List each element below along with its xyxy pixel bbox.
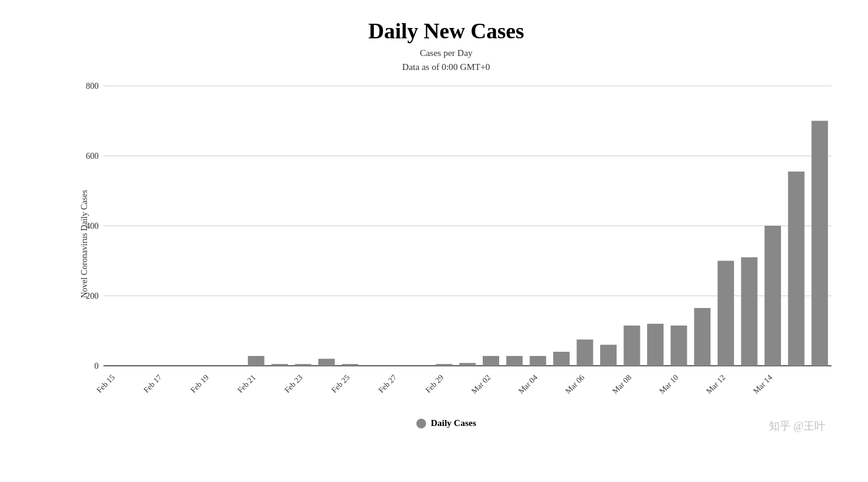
legend-dot [416,419,426,428]
chart-inner: 0200400600800Feb 15Feb 17Feb 19Feb 21Feb… [73,80,844,408]
svg-text:400: 400 [86,222,99,231]
svg-text:Mar 08: Mar 08 [611,373,633,396]
chart-svg: 0200400600800Feb 15Feb 17Feb 19Feb 21Feb… [73,80,844,408]
svg-text:Mar 10: Mar 10 [657,373,680,396]
svg-rect-21 [553,352,570,366]
watermark: 知乎 @王叶 [769,419,825,433]
svg-text:Feb 23: Feb 23 [282,373,304,395]
svg-rect-19 [506,356,523,366]
svg-text:Feb 25: Feb 25 [329,373,351,395]
svg-text:600: 600 [86,152,99,161]
svg-rect-13 [295,364,311,366]
svg-rect-29 [741,257,757,366]
svg-rect-11 [248,356,264,366]
svg-rect-28 [718,261,734,366]
svg-text:Feb 17: Feb 17 [142,372,164,394]
svg-rect-14 [318,359,335,366]
svg-rect-25 [647,324,663,366]
svg-rect-23 [600,345,617,366]
chart-title: Daily New Cases [61,18,831,44]
svg-rect-17 [459,363,475,366]
svg-text:Feb 29: Feb 29 [424,373,446,395]
svg-text:Feb 27: Feb 27 [376,372,398,394]
svg-rect-27 [694,308,710,366]
svg-text:Mar 02: Mar 02 [469,373,492,396]
svg-rect-15 [342,364,359,366]
svg-text:800: 800 [86,82,99,91]
svg-text:Feb 21: Feb 21 [236,373,257,395]
svg-rect-20 [530,356,546,366]
svg-text:0: 0 [94,362,99,371]
legend: Daily Cases [61,418,831,428]
svg-rect-26 [671,326,687,366]
svg-text:Mar 14: Mar 14 [751,372,774,396]
svg-rect-18 [483,356,499,366]
chart-area: Novel Coronavirus Daily Cases 0200400600… [73,80,844,408]
svg-text:Mar 04: Mar 04 [516,372,539,396]
svg-rect-22 [576,340,593,366]
legend-label: Daily Cases [431,418,477,428]
svg-text:Feb 15: Feb 15 [95,373,117,395]
chart-container: Daily New Cases Cases per Day Data as of… [0,0,868,482]
svg-rect-31 [788,172,805,366]
svg-rect-30 [765,226,781,366]
svg-rect-12 [271,364,288,366]
svg-rect-16 [436,364,452,366]
chart-subtitle: Cases per Day Data as of 0:00 GMT+0 [61,46,831,74]
svg-text:Feb 19: Feb 19 [189,373,211,395]
svg-text:Mar 12: Mar 12 [704,373,727,396]
svg-text:200: 200 [86,292,99,301]
svg-rect-32 [811,121,828,366]
svg-text:Mar 06: Mar 06 [564,372,587,396]
svg-rect-24 [624,326,640,366]
